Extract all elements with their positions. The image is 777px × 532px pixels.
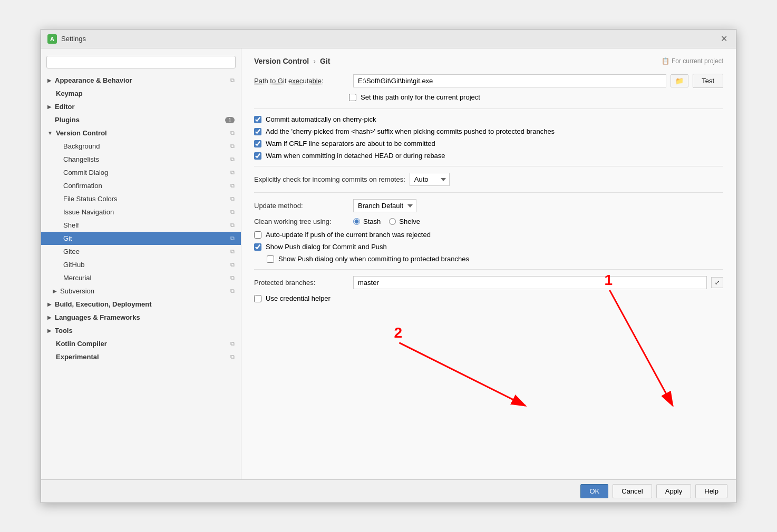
sidebar-label-plugins: Plugins xyxy=(47,116,80,124)
clean-radio-group: Stash Shelve xyxy=(353,218,420,225)
path-input[interactable] xyxy=(353,74,666,87)
search-input[interactable] xyxy=(46,56,236,68)
show-push-protected-checkbox[interactable] xyxy=(267,255,274,263)
project-icon: 📋 xyxy=(662,57,669,65)
bottom-bar: OK Cancel Apply Help xyxy=(41,479,736,503)
sidebar-item-mercurial[interactable]: Mercurial ⧉ xyxy=(41,271,241,284)
protected-branches-row: Protected branches: ⤢ xyxy=(254,276,723,289)
sidebar-label-file-status: File Status Colors xyxy=(63,195,118,203)
sidebar-item-background[interactable]: Background ⧉ xyxy=(41,140,241,153)
cherry-pick-checkbox[interactable] xyxy=(254,116,261,123)
cherry-picked-suffix-row: Add the 'cherry-picked from <hash>' suff… xyxy=(254,127,723,135)
protected-input[interactable] xyxy=(353,276,707,289)
divider-2 xyxy=(254,166,723,166)
sidebar-label-vc: Version Control xyxy=(56,129,107,137)
incoming-label: Explicitly check for incoming commits on… xyxy=(254,175,405,183)
incoming-row: Explicitly check for incoming commits on… xyxy=(254,173,723,186)
clean-label: Clean working tree using: xyxy=(254,218,349,225)
update-select[interactable]: Branch Default Merge Rebase xyxy=(353,199,416,212)
path-row: Path to Git executable: 📁 Test xyxy=(254,74,723,88)
credential-label: Use credential helper xyxy=(266,294,331,302)
cherry-pick-label: Commit automatically on cherry-pick xyxy=(266,115,376,123)
sidebar-label-background: Background xyxy=(63,142,100,150)
search-bar: 🔍 xyxy=(41,53,241,74)
settings-window: A Settings ✕ 🔍 ▶ Appearance & Behavior ⧉… xyxy=(41,29,736,503)
path-label: Path to Git executable: xyxy=(254,77,349,85)
show-push-protected-label: Show Push dialog only when committing to… xyxy=(278,255,469,263)
sidebar-label-editor: Editor xyxy=(55,103,75,111)
detached-head-row: Warn when committing in detached HEAD or… xyxy=(254,152,723,160)
sidebar-item-changelists[interactable]: Changelists ⧉ xyxy=(41,153,241,166)
browse-button[interactable]: 📁 xyxy=(671,74,688,87)
content-area: Version Control › Git 📋 For current proj… xyxy=(241,48,736,479)
sidebar-item-shelf[interactable]: Shelf ⧉ xyxy=(41,219,241,232)
expand-arrow-build: ▶ xyxy=(47,301,52,307)
stash-radio[interactable] xyxy=(353,218,360,225)
sidebar-label-build: Build, Execution, Deployment xyxy=(55,300,151,308)
apply-button[interactable]: Apply xyxy=(656,484,692,498)
copy-icon-kotlin: ⧉ xyxy=(230,340,235,347)
show-push-checkbox[interactable] xyxy=(254,243,261,251)
auto-update-row: Auto-update if push of the current branc… xyxy=(254,231,723,239)
sidebar-label-experimental: Experimental xyxy=(56,353,99,361)
project-link[interactable]: 📋 For current project xyxy=(662,57,723,65)
cherry-pick-row: Commit automatically on cherry-pick xyxy=(254,115,723,123)
sidebar-item-kotlin[interactable]: Kotlin Compiler ⧉ xyxy=(41,337,241,350)
update-label: Update method: xyxy=(254,202,349,210)
expand-arrow-sv: ▶ xyxy=(53,288,57,294)
divider-3 xyxy=(254,192,723,193)
detached-head-checkbox[interactable] xyxy=(254,152,261,160)
crlf-checkbox[interactable] xyxy=(254,140,261,147)
shelve-radio[interactable] xyxy=(389,218,396,225)
svg-text:2: 2 xyxy=(394,324,402,341)
copy-icon-github: ⧉ xyxy=(230,261,235,268)
sidebar-item-github[interactable]: GitHub ⧉ xyxy=(41,258,241,271)
sidebar-item-commit-dialog[interactable]: Commit Dialog ⧉ xyxy=(41,166,241,179)
sidebar-item-build[interactable]: ▶ Build, Execution, Deployment xyxy=(41,298,241,311)
sidebar-item-confirmation[interactable]: Confirmation ⧉ xyxy=(41,179,241,192)
credential-checkbox[interactable] xyxy=(254,295,261,302)
sidebar-item-experimental[interactable]: Experimental ⧉ xyxy=(41,350,241,363)
expand-arrow-vc: ▼ xyxy=(47,130,53,136)
set-path-checkbox[interactable] xyxy=(349,94,356,101)
sidebar-item-languages[interactable]: ▶ Languages & Frameworks xyxy=(41,311,241,324)
sidebar-item-tools[interactable]: ▶ Tools xyxy=(41,324,241,337)
incoming-select[interactable]: Auto Always Never xyxy=(410,173,450,186)
sidebar-label-git: Git xyxy=(63,234,72,242)
close-button[interactable]: ✕ xyxy=(718,33,730,45)
crlf-label: Warn if CRLF line separators are about t… xyxy=(266,140,435,147)
auto-update-checkbox[interactable] xyxy=(254,231,261,239)
sidebar-item-gitee[interactable]: Gitee ⧉ xyxy=(41,245,241,258)
breadcrumb: Version Control › Git 📋 For current proj… xyxy=(254,57,723,65)
sidebar-item-editor[interactable]: ▶ Editor xyxy=(41,100,241,113)
sidebar-item-file-status[interactable]: File Status Colors ⧉ xyxy=(41,192,241,205)
sidebar-item-git[interactable]: Git ⧉ xyxy=(41,232,241,245)
sidebar-item-issue-nav[interactable]: Issue Navigation ⧉ xyxy=(41,205,241,219)
copy-icon-shelf: ⧉ xyxy=(230,222,235,229)
svg-line-0 xyxy=(610,290,673,406)
sidebar-item-version-control[interactable]: ▼ Version Control ⧉ xyxy=(41,126,241,140)
stash-radio-row: Stash xyxy=(353,218,381,225)
set-path-label: Set this path only for the current proje… xyxy=(361,93,480,101)
auto-update-label: Auto-update if push of the current branc… xyxy=(266,231,431,239)
cherry-picked-suffix-checkbox[interactable] xyxy=(254,128,261,135)
sidebar-item-keymap[interactable]: Keymap xyxy=(41,87,241,100)
shelve-label: Shelve xyxy=(399,218,420,225)
help-button[interactable]: Help xyxy=(695,484,727,498)
copy-icon-sv: ⧉ xyxy=(230,288,235,294)
sidebar-item-subversion[interactable]: ▶ Subversion ⧉ xyxy=(41,284,241,298)
copy-icon-cd: ⧉ xyxy=(230,169,235,176)
cancel-button[interactable]: Cancel xyxy=(613,484,652,498)
expand-protected-button[interactable]: ⤢ xyxy=(711,277,723,288)
sidebar-item-appearance[interactable]: ▶ Appearance & Behavior ⧉ xyxy=(41,74,241,87)
breadcrumb-separator: › xyxy=(313,57,316,65)
copy-icon-experimental: ⧉ xyxy=(230,353,235,360)
update-row: Update method: Branch Default Merge Reba… xyxy=(254,199,723,212)
test-button[interactable]: Test xyxy=(693,74,723,88)
ok-button[interactable]: OK xyxy=(580,484,608,498)
sidebar-item-plugins[interactable]: Plugins 1 xyxy=(41,113,241,126)
expand-arrow: ▶ xyxy=(47,77,52,83)
show-push-protected-row: Show Push dialog only when committing to… xyxy=(254,255,723,263)
breadcrumb-part1: Version Control xyxy=(254,57,309,65)
copy-icon-vc: ⧉ xyxy=(230,130,235,136)
